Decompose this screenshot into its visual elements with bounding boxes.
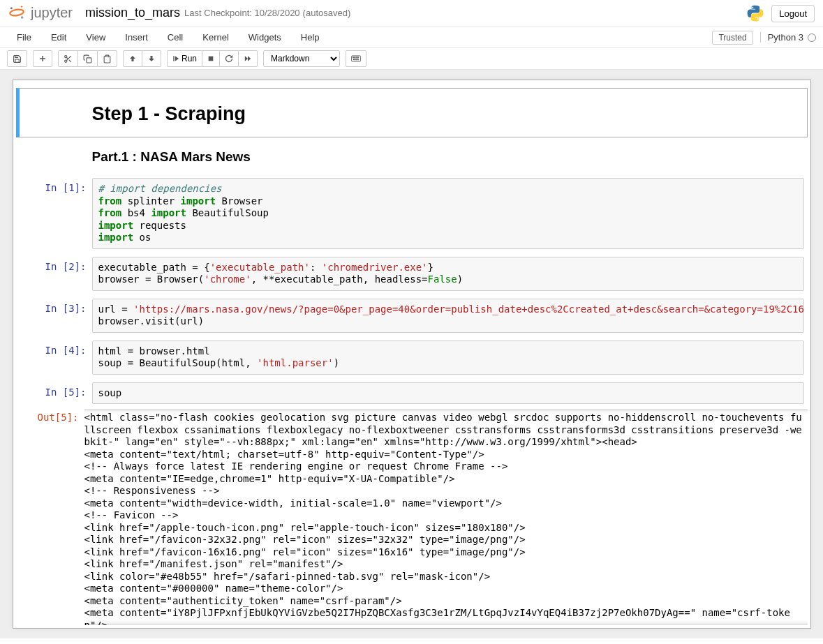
menubar: File Edit View Insert Cell Kernel Widget… — [0, 27, 823, 48]
notebook-container: Step 1 - Scraping Part.1 : NASA Mars New… — [13, 80, 811, 629]
cell-prompt: In [3]: — [24, 299, 92, 333]
menu-edit[interactable]: Edit — [41, 29, 76, 46]
markdown-cell-h1[interactable]: Step 1 - Scraping — [16, 88, 808, 137]
code-input[interactable]: html = browser.html soup = BeautifulSoup… — [92, 340, 804, 375]
svg-rect-18 — [352, 56, 361, 61]
svg-line-10 — [66, 57, 68, 59]
python-kernel-icon[interactable] — [746, 4, 764, 22]
svg-point-3 — [21, 6, 22, 7]
header-bar: jupyter mission_to_mars Last Checkpoint:… — [0, 0, 823, 27]
kernel-name: Python 3 — [768, 32, 803, 43]
code-input[interactable]: soup — [92, 382, 804, 405]
svg-rect-23 — [354, 59, 359, 60]
save-button[interactable] — [7, 50, 27, 67]
markdown-cell-h2[interactable]: Part.1 : NASA Mars News — [16, 140, 808, 173]
code-input[interactable]: executable_path = {'executable_path': 'c… — [92, 257, 804, 291]
cell-prompt — [24, 91, 92, 135]
code-input[interactable]: url = 'https://mars.nasa.gov/news/?page=… — [92, 299, 804, 333]
cell-type-select[interactable]: Markdown — [263, 50, 340, 67]
kernel-indicator[interactable]: Python 3 — [760, 32, 816, 43]
toolbar: Run Markdown — [0, 48, 823, 70]
cell-prompt: In [2]: — [24, 257, 92, 291]
cell-prompt — [24, 142, 92, 170]
svg-point-1 — [10, 7, 13, 9]
code-cell-3[interactable]: In [3]: url = 'https://mars.nasa.gov/new… — [16, 296, 808, 336]
svg-marker-17 — [248, 56, 251, 61]
notebook-page: Step 1 - Scraping Part.1 : NASA Mars New… — [0, 70, 823, 638]
h1-title: Step 1 - Scraping — [92, 103, 804, 125]
move-up-button[interactable] — [123, 50, 142, 67]
output-cell-5: Out[5]: <html class="no-flash cookies ge… — [16, 409, 808, 625]
output-area[interactable]: <html class="no-flash cookies geolocatio… — [84, 409, 808, 625]
cut-button[interactable] — [58, 50, 78, 67]
jupyter-logo[interactable]: jupyter — [7, 3, 73, 22]
svg-marker-16 — [245, 56, 248, 61]
svg-rect-12 — [105, 55, 108, 57]
svg-rect-11 — [87, 57, 91, 62]
menu-help[interactable]: Help — [291, 29, 329, 46]
svg-point-7 — [65, 60, 67, 62]
svg-rect-21 — [356, 57, 357, 58]
menu-kernel[interactable]: Kernel — [193, 29, 239, 46]
svg-rect-15 — [209, 57, 214, 61]
code-cell-4[interactable]: In [4]: html = browser.html soup = Beaut… — [16, 338, 808, 377]
notebook-name[interactable]: mission_to_mars — [85, 6, 180, 20]
jupyter-logo-text: jupyter — [31, 5, 73, 21]
cell-prompt: In [4]: — [24, 340, 92, 375]
jupyter-orbit-icon — [7, 3, 27, 22]
cell-prompt: In [5]: — [24, 382, 92, 405]
svg-rect-19 — [353, 57, 353, 58]
svg-rect-22 — [357, 57, 358, 58]
svg-point-6 — [65, 55, 67, 57]
move-down-button[interactable] — [142, 50, 161, 67]
menu-view[interactable]: View — [76, 29, 115, 46]
svg-marker-14 — [175, 56, 179, 61]
code-cell-5[interactable]: In [5]: soup — [16, 380, 808, 407]
restart-button[interactable] — [219, 50, 239, 67]
paste-button[interactable] — [97, 50, 117, 67]
svg-line-9 — [69, 59, 71, 61]
code-input[interactable]: # import dependencies from splinter impo… — [92, 178, 804, 249]
cell-prompt: In [1]: — [24, 178, 92, 249]
copy-button[interactable] — [77, 50, 98, 67]
menu-cell[interactable]: Cell — [158, 29, 193, 46]
checkpoint-text: Last Checkpoint: 10/28/2020 — [184, 8, 300, 18]
kernel-status-dot-icon — [808, 33, 816, 42]
run-button[interactable]: Run — [167, 50, 202, 67]
autosave-text: (autosaved) — [303, 8, 351, 18]
add-cell-button[interactable] — [33, 50, 52, 67]
svg-point-2 — [21, 16, 24, 19]
menu-widgets[interactable]: Widgets — [239, 29, 291, 46]
trusted-badge[interactable]: Trusted — [712, 31, 752, 45]
menu-insert[interactable]: Insert — [115, 29, 158, 46]
menu-file[interactable]: File — [7, 29, 41, 46]
h2-title: Part.1 : NASA Mars News — [92, 149, 804, 165]
output-prompt: Out[5]: — [16, 409, 84, 625]
svg-point-0 — [10, 8, 24, 16]
svg-rect-20 — [355, 57, 355, 58]
code-cell-2[interactable]: In [2]: executable_path = {'executable_p… — [16, 254, 808, 294]
code-cell-1[interactable]: In [1]: # import dependencies from splin… — [16, 175, 808, 252]
stop-button[interactable] — [202, 50, 220, 67]
logout-button[interactable]: Logout — [771, 5, 815, 22]
command-palette-button[interactable] — [346, 50, 366, 67]
svg-rect-13 — [173, 56, 174, 61]
restart-run-all-button[interactable] — [238, 50, 258, 67]
